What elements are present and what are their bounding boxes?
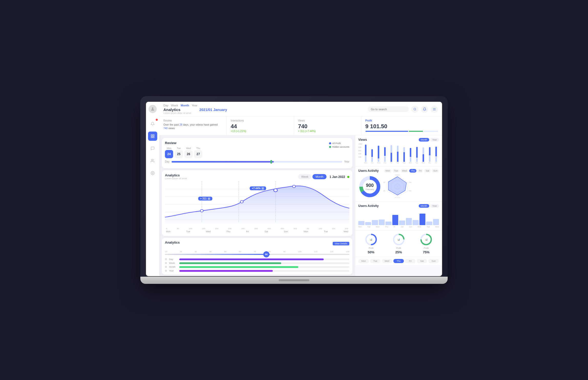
- search-icon[interactable]: [411, 106, 418, 113]
- users-activity-2-card: Users Activity Month Year: [355, 202, 442, 231]
- time-option-month[interactable]: Month: [181, 104, 189, 107]
- svg-text:RadarF: RadarF: [383, 182, 385, 183]
- sidebar-item-settings[interactable]: [148, 168, 157, 178]
- svg-rect-17: [262, 188, 263, 189]
- view-details-button[interactable]: View Details: [333, 242, 349, 245]
- svg-text:RadarD: RadarD: [395, 197, 400, 198]
- search-input[interactable]: [368, 106, 409, 112]
- ua2-bar-chart: [358, 210, 439, 225]
- chart-day-labels: MonTueWedThuFriSatSunMonTueWed: [165, 230, 349, 233]
- top-header: Day Week Month Year Analytics Lorem ipsu…: [159, 102, 442, 117]
- tab-week[interactable]: Week: [298, 174, 311, 179]
- day-mon[interactable]: Mon 24: [165, 147, 173, 158]
- analytics-header: Analytics Lorem ipsum sit amet Week Mont…: [165, 173, 349, 180]
- review-label: Review: [163, 119, 222, 122]
- ua2-tab-month[interactable]: Month: [419, 204, 429, 208]
- views-tab-month[interactable]: Month: [419, 138, 429, 142]
- profit-value: 9 101.50: [365, 123, 438, 130]
- ua-day-mon[interactable]: Mon: [384, 169, 392, 173]
- ua2-header: Users Activity Month Year: [358, 204, 439, 208]
- bottom-tab-sun[interactable]: Sun: [428, 259, 439, 263]
- time-option-week[interactable]: Week: [171, 104, 178, 107]
- bar-row-year: Year: [165, 269, 349, 272]
- stat-interactions: Interactions 44 +13 (+1.21%): [227, 117, 294, 135]
- sidebar-item-users[interactable]: [148, 156, 157, 165]
- ua-day-sun[interactable]: Sun: [432, 169, 439, 173]
- stat-views: Views 740 + 311 (+7.44%): [294, 117, 361, 135]
- svg-rect-1: [151, 135, 152, 136]
- profit-75-label: Profit: [424, 247, 429, 249]
- profit-50-icon: 📊: [370, 238, 372, 241]
- analytics-card-subtitle: Lorem ipsum sit amet: [165, 177, 187, 180]
- views-tab-year[interactable]: Year: [430, 138, 439, 142]
- analytics-tabs: Week Month: [298, 174, 327, 179]
- notification-badge: [156, 119, 158, 121]
- svg-point-0: [152, 107, 153, 109]
- views-bar-chart: Mon Tue: [363, 143, 439, 164]
- slider-track[interactable]: [172, 161, 342, 163]
- review-views: 740: [163, 127, 168, 130]
- bottom-analytics-title: Analytics: [165, 241, 180, 244]
- ua2-tab-year[interactable]: Year: [430, 204, 439, 208]
- ua-day-tue[interactable]: Tue: [393, 169, 400, 173]
- day-wed[interactable]: Wed 26: [184, 147, 193, 158]
- ua-day-fri[interactable]: Fri: [417, 169, 423, 173]
- main-content: Day Week Month Year Analytics Lorem ipsu…: [159, 102, 442, 276]
- profit-ring-75: 📊: [420, 233, 433, 246]
- bottom-tab-thu[interactable]: Thu: [393, 259, 404, 263]
- ua-day-sat[interactable]: Sat: [424, 169, 431, 173]
- donut-sub: February: [366, 188, 374, 191]
- range-slider[interactable]: 102030405060708090100110120130 80: [165, 248, 349, 257]
- bottom-tab-mon[interactable]: Mon: [358, 259, 369, 263]
- views-tabs: Month Year: [419, 138, 439, 142]
- bar-row-week: Week: [165, 262, 349, 264]
- bottom-tab-tue[interactable]: Tue: [370, 259, 381, 263]
- legend-hidden-accounts: Hidden accounts: [329, 146, 349, 148]
- sidebar-item-messages[interactable]: [148, 144, 157, 153]
- tooltip-311: + 311: [198, 197, 212, 201]
- menu-icon[interactable]: [431, 106, 438, 113]
- bottom-tab-wed[interactable]: Wed: [382, 259, 392, 263]
- views-label: Views: [298, 119, 357, 122]
- user-avatar[interactable]: [149, 105, 157, 113]
- bottom-tab-fri[interactable]: Fri: [405, 259, 416, 263]
- time-option-year[interactable]: Year: [192, 104, 197, 107]
- profit-label: Profit: [365, 119, 438, 122]
- svg-text:RadarB: RadarB: [409, 182, 412, 183]
- laptop-base: [140, 277, 448, 284]
- ua-day-tabs: Mon Tue Wed Thu Fri Sat Sun: [384, 169, 439, 173]
- bell-icon[interactable]: [421, 106, 428, 113]
- svg-rect-3: [151, 136, 152, 138]
- bottom-analytics-card: Analytics View Details 10203040506070809…: [162, 238, 352, 275]
- svg-point-7: [414, 108, 416, 110]
- profit-50-label: Profit: [369, 247, 374, 249]
- analytics-card: Analytics Lorem ipsum sit amet Week Mont…: [162, 170, 352, 236]
- sidebar-item-notifications[interactable]: [148, 119, 157, 128]
- analytics-chart: + 311 +7.44%: [165, 181, 349, 227]
- time-option-day[interactable]: Day: [163, 104, 169, 107]
- day-tue[interactable]: Tue 25: [175, 147, 183, 158]
- status-dot: [347, 176, 349, 178]
- ua-day-thu[interactable]: Thu: [409, 169, 416, 173]
- header-right: [368, 106, 438, 113]
- ua2-tabs: Month Year: [419, 204, 439, 208]
- analytics-date: 1 Jan 2022: [330, 174, 349, 179]
- svg-point-29: [274, 189, 277, 192]
- views-change: + 311 (+7.44%): [298, 130, 357, 133]
- svg-rect-4: [153, 136, 154, 138]
- users-activity-card: Users Activity Mon Tue Wed Thu Fri Sat S…: [355, 166, 442, 202]
- date-label: 2021/01 January: [200, 108, 227, 112]
- bar-row-month: Month: [165, 266, 349, 268]
- bottom-tab-sat[interactable]: Sat: [417, 259, 427, 263]
- range-thumb[interactable]: 80: [263, 251, 269, 257]
- sidebar-item-analytics[interactable]: [148, 132, 157, 141]
- donut-value: 900: [366, 183, 374, 188]
- svg-text:RadarC: RadarC: [409, 190, 412, 192]
- chart-x-numbers: 0501001502002503003504004505005010015020…: [165, 227, 349, 230]
- day-thu[interactable]: Thu 27: [194, 147, 202, 158]
- tab-month[interactable]: Month: [312, 174, 327, 179]
- svg-rect-11: [208, 198, 209, 198]
- profit-25-icon: 📊: [397, 238, 400, 241]
- left-panel: Review Mon 24 Tue 25: [159, 135, 355, 276]
- ua-day-wed[interactable]: Wed: [401, 169, 408, 173]
